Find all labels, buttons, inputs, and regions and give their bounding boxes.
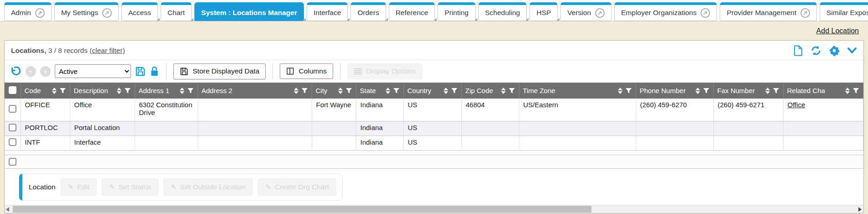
horizontal-scrollbar[interactable] (5, 205, 863, 213)
column-header-address-2[interactable]: Address 2 (198, 83, 312, 99)
row-checkbox-cell (5, 99, 21, 121)
button-label: Set Status (118, 183, 151, 191)
tab-hsp[interactable]: HSP (529, 2, 558, 21)
add-location-link[interactable]: Add Location (816, 27, 859, 35)
row-checkbox[interactable] (9, 124, 16, 131)
tab-printing[interactable]: Printing (438, 2, 476, 21)
tab-access[interactable]: Access (121, 2, 158, 21)
filter-funnel-icon[interactable] (625, 88, 632, 94)
tab-interface[interactable]: Interface (307, 2, 348, 21)
external-link-icon (102, 8, 112, 18)
scroll-right-arrow-icon[interactable] (858, 207, 862, 212)
sort-icon[interactable] (180, 88, 184, 94)
gear-icon[interactable] (829, 45, 840, 56)
tab-provider-management[interactable]: Provider Management (720, 2, 817, 21)
sort-icon[interactable] (386, 88, 390, 94)
filter-funnel-icon[interactable] (393, 88, 400, 94)
pencil-icon: ✎ (109, 183, 115, 191)
filter-funnel-icon[interactable] (773, 88, 779, 94)
sort-icon[interactable] (338, 88, 343, 94)
location-action-bar: Location ✎Edit✎Set Status✎Set Outside Lo… (19, 173, 343, 201)
cell: Fort Wayne (312, 99, 356, 121)
select-all-checkbox[interactable] (9, 158, 16, 166)
columns-icon (286, 67, 294, 75)
refresh-icon[interactable] (810, 45, 821, 56)
header-checkbox[interactable] (9, 86, 16, 94)
filter-funnel-icon[interactable] (187, 88, 194, 94)
sort-icon[interactable] (501, 88, 506, 94)
new-document-icon[interactable] (793, 45, 803, 56)
clear-filter-link[interactable]: (clear filter) (89, 47, 125, 54)
column-header-country[interactable]: Country (403, 83, 461, 99)
filter-funnel-icon[interactable] (451, 88, 458, 94)
undo-icon[interactable] (10, 66, 21, 77)
filter-funnel-icon[interactable] (852, 88, 859, 94)
select-all-row (5, 155, 863, 169)
tab-label: Orders (357, 9, 379, 17)
sort-icon[interactable] (695, 88, 700, 94)
status-filter-select[interactable]: Active (55, 64, 131, 78)
column-header-state[interactable]: State (356, 83, 403, 99)
filter-funnel-icon[interactable] (301, 88, 308, 94)
tab-system-locations-manager[interactable]: System : Locations Manager (194, 2, 304, 21)
tab-version[interactable]: Version (560, 2, 612, 21)
sort-icon[interactable] (294, 88, 298, 94)
cell: Indiana (356, 99, 403, 121)
columns-button[interactable]: Columns (280, 63, 333, 79)
tab-my-settings[interactable]: My Settings (54, 2, 119, 21)
sort-icon[interactable] (444, 88, 448, 94)
tab-chart[interactable]: Chart (161, 2, 192, 21)
column-header-zip-code[interactable]: Zip Code (461, 83, 519, 99)
column-label: Address 1 (139, 87, 177, 94)
filter-funnel-icon[interactable] (124, 88, 131, 94)
scroll-left-arrow-icon[interactable] (6, 207, 9, 212)
cell: INTF (21, 136, 70, 150)
chevron-down-icon[interactable] (847, 47, 857, 54)
sort-icon[interactable] (618, 88, 622, 94)
tab-corner-fold-icon (525, 18, 528, 21)
filter-funnel-icon[interactable] (59, 88, 66, 94)
tab-similar-exposure-groups-segs-[interactable]: Similar Exposure Groups (SEGs) (820, 2, 868, 21)
column-label: Code (25, 87, 49, 94)
column-header-city[interactable]: City (312, 83, 356, 99)
column-header-description[interactable]: Description (70, 83, 135, 99)
tab-admin[interactable]: Admin (4, 2, 52, 21)
columns-label: Columns (298, 67, 326, 75)
row-checkbox[interactable] (9, 105, 16, 113)
tab-employer-organizations[interactable]: Employer Organizations (614, 2, 717, 21)
previous-page-button[interactable]: ‹ (26, 66, 36, 77)
sort-icon[interactable] (765, 88, 770, 94)
cell (461, 121, 519, 136)
header-select-all-cell (5, 83, 21, 99)
sort-icon[interactable] (52, 88, 57, 94)
cell (198, 121, 312, 136)
related-chart-link[interactable]: Office (788, 101, 805, 109)
tab-label: HSP (536, 9, 551, 17)
scrollbar-thumb[interactable] (13, 206, 591, 213)
filter-funnel-icon[interactable] (345, 88, 352, 94)
column-label: Related Cha (787, 87, 843, 94)
filter-funnel-icon[interactable] (508, 88, 515, 94)
sort-icon[interactable] (845, 88, 850, 94)
tab-scheduling[interactable]: Scheduling (478, 2, 527, 21)
filter-funnel-icon[interactable] (703, 88, 710, 94)
tab-reference[interactable]: Reference (389, 2, 435, 21)
column-header-time-zone[interactable]: Time Zone (519, 83, 636, 99)
column-header-related-cha[interactable]: Related Cha (783, 83, 863, 99)
panel-header: Locations, 3 / 8 records (clear filter) (5, 41, 863, 60)
tab-corner-fold-icon (303, 18, 306, 21)
column-header-phone-number[interactable]: Phone Number (636, 83, 713, 99)
column-header-code[interactable]: Code (21, 83, 70, 99)
store-displayed-data-button[interactable]: Store Displayed Data (173, 63, 266, 79)
tab-orders[interactable]: Orders (350, 2, 386, 21)
column-label: Description (74, 87, 114, 94)
lock-icon[interactable] (150, 66, 159, 77)
next-page-button[interactable]: › (40, 66, 51, 77)
save-view-icon[interactable] (135, 66, 146, 77)
column-header-address-1[interactable]: Address 1 (135, 83, 198, 99)
row-checkbox[interactable] (9, 138, 16, 146)
column-header-fax-number[interactable]: Fax Number (713, 83, 783, 99)
sort-icon[interactable] (117, 88, 121, 94)
cell (312, 121, 356, 136)
locations-table: CodeDescriptionAddress 1Address 2CitySta… (5, 83, 863, 151)
